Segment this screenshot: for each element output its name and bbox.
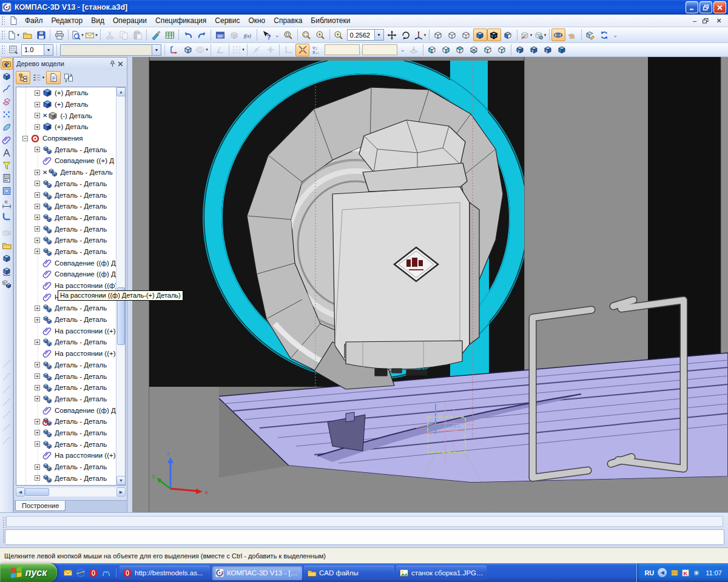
tray-chevron-icon[interactable]: ◀ [658,568,667,577]
menu-4[interactable]: Спецификация [151,15,211,26]
language-indicator[interactable]: RU [644,569,654,577]
scroll-left-button[interactable]: ◀ [16,487,25,497]
display-no-hidden-button[interactable] [445,28,459,41]
tree-expand-box[interactable]: + [35,102,40,107]
tray-kaspersky-icon[interactable]: K [681,569,690,577]
print-button[interactable] [52,28,66,41]
panel-splitter[interactable] [127,57,132,512]
taskbar-button-folder[interactable]: CAD файлы [304,566,394,580]
tree-item[interactable]: +Деталь - Деталь [16,382,116,393]
view-iso-z-button[interactable]: z [527,44,541,56]
camera-button[interactable] [1,227,13,239]
open-button[interactable] [20,28,34,41]
tree-expand-box[interactable]: + [35,340,40,345]
edit-component-button[interactable] [584,28,598,41]
tree-item[interactable]: +Деталь - Деталь [16,427,116,439]
tree-expand-box[interactable]: + [35,124,40,130]
menu-1[interactable]: Редактор [47,15,87,26]
tree-expand-box[interactable]: + [35,249,40,254]
grid-button[interactable]: ▾ [231,44,245,56]
snap-button[interactable] [249,44,263,56]
menu-7[interactable]: Справка [269,15,306,26]
tree-item[interactable]: Совпадение ((ф) Д [16,269,116,280]
tree-expand-box[interactable]: + [35,113,40,118]
menu-2[interactable]: Вид [87,15,109,26]
library-button[interactable] [1,239,13,252]
fx-button[interactable]: f(x) [241,28,255,41]
tree-item[interactable]: Совпадение ((ф) Д [16,257,116,269]
tree-item[interactable]: +Деталь - Деталь [16,189,116,201]
tree-item[interactable]: −Сопряжения [16,133,116,144]
dropdown-arrow-icon[interactable]: ▾ [95,33,98,38]
tree-item[interactable]: +Деталь - Деталь [16,303,116,314]
display-perspective-button[interactable] [501,28,515,41]
view-front-button[interactable] [425,44,439,56]
state-combo[interactable]: ▼ [60,44,161,56]
points-button[interactable] [1,109,13,121]
tray-agent-icon[interactable] [692,569,701,577]
tree-expand-box[interactable]: + [35,204,40,209]
mdi-minimize-button[interactable]: – [690,17,699,24]
mates-tool-button[interactable] [1,134,13,146]
taskbar-button-kompas[interactable]: КОМПАС-3D V13 - [c... [212,566,302,580]
model-canvas[interactable]: z y x [132,57,728,512]
dropdown-arrow-icon[interactable]: ▾ [17,33,19,38]
tree-structure-button[interactable] [16,71,30,84]
view-iso-x-button[interactable]: x [541,44,555,56]
tree-expand-box[interactable]: + [35,147,40,152]
rotate-model-button[interactable] [551,28,565,41]
coordinate-field[interactable] [325,44,360,55]
copy-button[interactable] [116,28,130,41]
tree-item[interactable]: На расстоянии ((+) [16,348,116,360]
tree-item[interactable]: +Деталь - Деталь [16,235,116,246]
tree-composition-button[interactable]: ▾ [31,71,46,84]
tree-item[interactable]: На расстоянии ((ф) [16,280,116,292]
edit-part-button[interactable] [1,58,13,70]
tree-item[interactable]: +Деталь - Деталь [16,212,116,224]
tree-item[interactable]: +Деталь - Деталь [16,461,116,473]
local-cs-button[interactable] [263,44,277,56]
line-tool-button[interactable] [1,396,13,408]
dropdown-arrow-icon[interactable]: ▾ [242,47,244,52]
dropdown-arrow-icon[interactable]: ▾ [81,33,84,38]
close-button[interactable] [713,1,726,13]
measure-button[interactable] [1,147,13,159]
preview-button[interactable]: ▾ [70,28,84,41]
tree-item[interactable]: +(+) Деталь [16,87,116,99]
menu-3[interactable]: Операции [109,15,151,26]
display-shaded-edges-button[interactable] [487,28,501,41]
tree-horizontal-scrollbar[interactable]: ◀ ▶ [16,487,126,497]
line-tool-button[interactable] [1,421,13,433]
tree-expand-box[interactable]: + [35,226,40,232]
tree-expand-box[interactable]: + [35,373,40,379]
tree-item[interactable]: +(+) Деталь [16,121,116,133]
tree-item[interactable]: +Деталь - Деталь [16,178,116,190]
toolbar-overflow-icon[interactable]: ⌄ [612,32,620,38]
dropdown-arrow-icon[interactable]: ▾ [42,75,45,80]
line-tool-button[interactable] [1,358,13,370]
copy-model-button[interactable] [1,278,13,290]
viewport-3d[interactable]: z y x [132,57,728,512]
taskbar-button-image[interactable]: станок сборка1.JPG ... [396,566,487,580]
dropdown-arrow-icon[interactable]: ▾ [206,47,208,52]
line-tool-button[interactable] [1,409,13,421]
tree-vertical-scrollbar[interactable]: ▲ ▼ [116,87,125,485]
tree-item[interactable]: +Деталь - Деталь [16,246,116,258]
line-tool-button[interactable] [1,370,13,383]
tree-expand-box[interactable]: + [35,430,40,435]
specification-tool-button[interactable] [1,172,13,184]
view-top-button[interactable] [453,44,467,56]
paste-button[interactable] [130,28,144,41]
roundoff-button[interactable] [295,44,309,56]
normal-to-button[interactable] [407,44,421,56]
toolbar-overflow-icon[interactable]: ⌄ [273,32,281,38]
menu-5[interactable]: Сервис [211,15,244,26]
hide-components-button[interactable]: ▾ [533,28,547,41]
line-tool-button[interactable] [1,383,13,395]
tree-expand-box[interactable]: + [35,306,40,311]
view-bottom-button[interactable] [467,44,481,56]
step-combo[interactable]: 1.0▼ [21,44,53,56]
tree-item[interactable]: На расстоянии ((+) [16,325,116,336]
taskbar-button-opera[interactable]: http://bestmodels.as... [120,566,210,580]
shell-button[interactable]: ▾ [195,44,209,56]
